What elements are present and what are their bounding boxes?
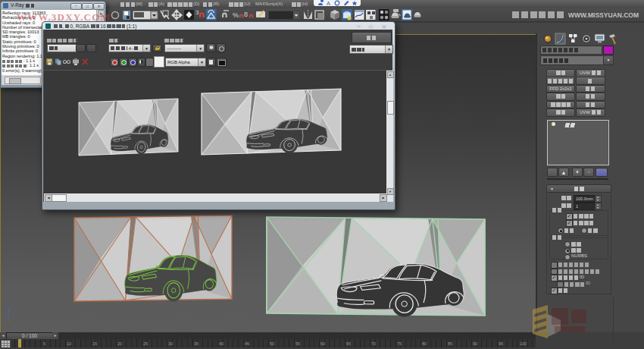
svg-text:8: 8: [244, 11, 248, 18]
svg-text:A: A: [327, 0, 330, 6]
svg-text:%: %: [233, 11, 239, 19]
